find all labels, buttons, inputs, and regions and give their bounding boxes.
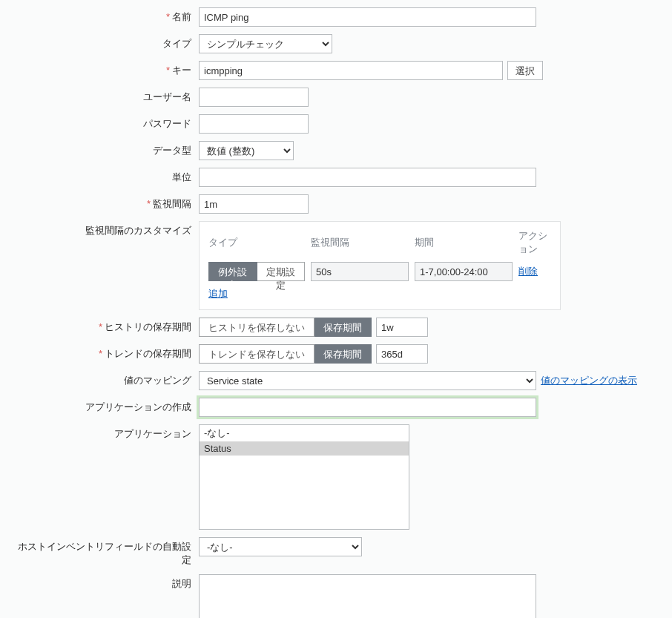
row-trend: *トレンドの保存期間 トレンドを保存しない 保存期間 [15,344,657,364]
row-key: *キー 選択 [15,61,657,80]
inventory-select[interactable]: -なし- [199,537,362,556]
label-inventory: ホストインベントリフィールドの自動設定 [18,541,191,565]
key-input[interactable] [199,61,503,80]
label-app-create: アプリケーションの作成 [85,401,191,412]
row-datatype: データ型 数値 (整数) [15,141,657,160]
history-on-button[interactable]: 保存期間 [314,318,372,337]
seg-exception[interactable]: 例外設定 [208,262,257,281]
datatype-select[interactable]: 数値 (整数) [199,141,294,160]
label-trend: トレンドの保存期間 [105,348,191,359]
interval-input[interactable] [199,194,309,214]
label-valuemap: 値のマッピング [124,375,191,386]
interval-period-input[interactable] [415,262,513,281]
item-form: *名前 タイプ シンプルチェック *キー 選択 ユーザー名 [0,0,672,618]
label-type: タイプ [162,38,191,49]
history-value-input[interactable] [376,318,428,337]
row-app-create: アプリケーションの作成 [15,398,657,417]
trend-value-input[interactable] [376,344,428,364]
trend-off-button[interactable]: トレンドを保存しない [199,344,314,364]
interval-delete-link[interactable]: 削除 [518,265,551,278]
head-interval: 監視間隔 [311,236,409,249]
label-name: 名前 [172,11,191,22]
applications-list[interactable]: -なし- Status [199,424,409,530]
head-type: タイプ [208,236,305,249]
interval-add-link[interactable]: 追加 [208,288,228,299]
app-create-input[interactable] [199,398,536,417]
label-interval-custom: 監視間隔のカスタマイズ [85,225,191,236]
password-input[interactable] [199,114,309,134]
label-unit: 単位 [172,171,191,183]
seg-schedule[interactable]: 定期設定 [257,262,306,281]
history-toggle: ヒストリを保存しない 保存期間 [199,318,372,337]
row-interval: *監視間隔 [15,194,657,214]
label-username: ユーザー名 [143,91,191,102]
trend-toggle: トレンドを保存しない 保存期間 [199,344,372,364]
trend-on-button[interactable]: 保存期間 [314,344,372,364]
interval-type-toggle: 例外設定 定期設定 [208,262,305,281]
row-applications: アプリケーション -なし- Status [15,424,657,530]
label-description: 説明 [172,578,191,589]
row-inventory: ホストインベントリフィールドの自動設定 -なし- [15,537,657,567]
head-period: 期間 [415,236,513,249]
label-history: ヒストリの保存期間 [105,321,191,332]
row-name: *名前 [15,7,657,27]
valuemap-select[interactable]: Service state [199,371,536,390]
interval-value-input[interactable] [311,262,409,281]
row-description: 説明 [15,574,657,618]
row-password: パスワード [15,114,657,134]
row-unit: 単位 [15,168,657,187]
row-type: タイプ シンプルチェック [15,34,657,53]
row-username: ユーザー名 [15,88,657,107]
history-off-button[interactable]: ヒストリを保存しない [199,318,314,337]
key-select-button[interactable]: 選択 [507,61,543,80]
row-valuemap: 値のマッピング Service state 値のマッピングの表示 [15,371,657,390]
label-password: パスワード [143,118,191,129]
app-option-none[interactable]: -なし- [200,425,409,441]
row-interval-custom: 監視間隔のカスタマイズ タイプ 監視間隔 期間 アクション 例外設定 定期設定 [15,221,657,310]
label-interval: 監視間隔 [153,198,191,209]
app-option-status[interactable]: Status [200,441,409,456]
row-history: *ヒストリの保存期間 ヒストリを保存しない 保存期間 [15,318,657,337]
username-input[interactable] [199,88,309,107]
label-datatype: データ型 [153,145,191,156]
head-action: アクション [518,229,551,256]
interval-custom-box: タイプ 監視間隔 期間 アクション 例外設定 定期設定 削除 追加 [199,221,561,310]
label-key: キー [172,65,191,76]
unit-input[interactable] [199,168,536,187]
label-applications: アプリケーション [114,428,191,439]
type-select[interactable]: シンプルチェック [199,34,332,53]
interval-row: 例外設定 定期設定 削除 [208,262,551,281]
show-valuemap-link[interactable]: 値のマッピングの表示 [541,374,637,387]
description-textarea [199,574,536,618]
name-input[interactable] [199,7,536,27]
